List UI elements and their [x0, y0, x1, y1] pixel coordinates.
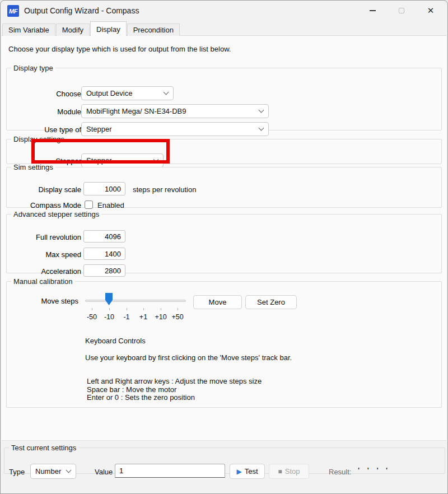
display-settings-legend: Display settings: [11, 135, 67, 143]
slider-tick: [109, 308, 110, 310]
keyboard-line: Enter or 0 : Sets the zero position: [87, 394, 262, 402]
sim-settings-group: Sim settings Display scale steps per rev…: [6, 163, 442, 208]
keyboard-line: Space bar : Move the motor: [87, 386, 262, 394]
module-dropdown[interactable]: MobiFlight Mega/ SN-E34-DB9: [81, 104, 269, 118]
stop-icon: ■: [278, 468, 282, 476]
test-settings-legend: Test current settings: [9, 444, 78, 452]
slider-tick: [178, 308, 178, 310]
module-dropdown-value: MobiFlight Mega/ SN-E34-DB9: [86, 107, 186, 115]
compass-mode-checkbox-label: Enabled: [97, 201, 124, 209]
maximize-button: [387, 1, 416, 21]
keyboard-line: Left and Right arrow keys : Adjust the m…: [87, 378, 262, 386]
type-dropdown-value: Number: [35, 467, 61, 476]
keyboard-controls-intro: Use your keyboard by first clicking on t…: [85, 353, 292, 362]
manual-calibration-legend: Manual calibration: [11, 277, 75, 286]
choose-dropdown-value: Output Device: [86, 89, 132, 97]
slider-tick: [161, 308, 161, 310]
test-settings-group: Test current settings Type Number Value …: [4, 444, 445, 474]
minimize-button[interactable]: [358, 1, 387, 21]
chevron-down-icon: [66, 468, 72, 473]
close-button[interactable]: ✕: [416, 1, 445, 21]
output-config-wizard-window: MF Output Config Wizard - Compass ✕ Sim …: [0, 0, 448, 494]
compass-mode-checkbox[interactable]: [85, 201, 93, 209]
acceleration-label: Acceleration: [10, 267, 81, 276]
type-dropdown[interactable]: Number: [30, 464, 76, 479]
slider-tick: [143, 308, 144, 310]
type-label: Type: [9, 468, 25, 476]
move-steps-label: Move steps: [7, 297, 78, 305]
slider-tick: [92, 308, 92, 310]
chevron-down-icon: [153, 157, 159, 162]
display-type-group: Display type Choose Output Device Module…: [6, 64, 442, 131]
maximize-icon: [399, 8, 404, 13]
tab-display[interactable]: Display: [90, 21, 127, 36]
manual-calibration-group: Manual calibration Move steps -50 -10 -1…: [6, 277, 442, 408]
slider-tick-label: +50: [167, 313, 188, 321]
display-scale-suffix: steps per revolution: [133, 185, 196, 194]
sim-settings-legend: Sim settings: [11, 163, 55, 171]
result-label: Result:: [329, 468, 351, 476]
chevron-down-icon: [259, 108, 264, 113]
keyboard-controls-lines: Left and Right arrow keys : Adjust the m…: [87, 378, 262, 402]
use-type-label: Use type of: [10, 125, 81, 134]
value-label: Value: [95, 468, 113, 476]
choose-label: Choose: [10, 90, 81, 98]
tab-strip: Sim Variable Modify Display Precondition: [2, 22, 180, 36]
slider-track[interactable]: [85, 300, 186, 302]
slider-tick: [127, 308, 127, 310]
use-type-dropdown[interactable]: Stepper: [81, 122, 269, 136]
chevron-down-icon: [259, 125, 264, 131]
full-revolution-label: Full revolution: [10, 233, 81, 241]
window-title: Output Config Wizard - Compass: [24, 6, 139, 15]
compass-mode-label: Compass Mode: [10, 201, 81, 209]
move-steps-slider[interactable]: [85, 292, 186, 310]
set-zero-button[interactable]: Set Zero: [245, 295, 297, 309]
move-button[interactable]: Move: [193, 295, 242, 309]
intro-text: Choose your display type which is used f…: [8, 45, 231, 53]
minimize-icon: [370, 10, 376, 11]
choose-dropdown[interactable]: Output Device: [81, 86, 174, 100]
full-revolution-input[interactable]: [83, 230, 125, 243]
test-button[interactable]: ▶ Test: [230, 464, 265, 479]
tab-modify[interactable]: Modify: [56, 24, 90, 36]
play-icon: ▶: [236, 468, 241, 476]
display-scale-label: Display scale: [10, 185, 81, 194]
result-value: ' ' ' ': [358, 466, 390, 474]
module-label: Module: [10, 108, 81, 116]
display-type-legend: Display type: [11, 64, 55, 72]
titlebar: MF Output Config Wizard - Compass ✕: [1, 1, 447, 21]
mobiflight-logo-icon: MF: [7, 5, 19, 17]
advanced-stepper-group: Advanced stepper settings Full revolutio…: [6, 210, 442, 273]
test-value-input[interactable]: [115, 464, 225, 478]
display-settings-group: Display settings Stepper Stepper: [6, 135, 442, 164]
test-button-label: Test: [245, 467, 258, 476]
use-type-dropdown-value: Stepper: [86, 125, 112, 133]
tab-precondition[interactable]: Precondition: [127, 24, 180, 36]
advanced-stepper-legend: Advanced stepper settings: [11, 210, 101, 218]
max-speed-label: Max speed: [10, 250, 81, 259]
chevron-down-icon: [164, 90, 169, 95]
tab-sim-variable[interactable]: Sim Variable: [2, 24, 55, 36]
window-controls: ✕: [358, 1, 445, 21]
max-speed-input[interactable]: [83, 248, 125, 260]
display-scale-input[interactable]: [83, 182, 125, 195]
slider-thumb-icon[interactable]: [105, 293, 113, 305]
stop-button: ■ Stop: [269, 464, 309, 479]
stop-button-label: Stop: [285, 467, 300, 476]
close-icon: ✕: [427, 6, 435, 16]
acceleration-input[interactable]: [83, 264, 125, 277]
keyboard-controls-title: Keyboard Controls: [85, 337, 146, 345]
